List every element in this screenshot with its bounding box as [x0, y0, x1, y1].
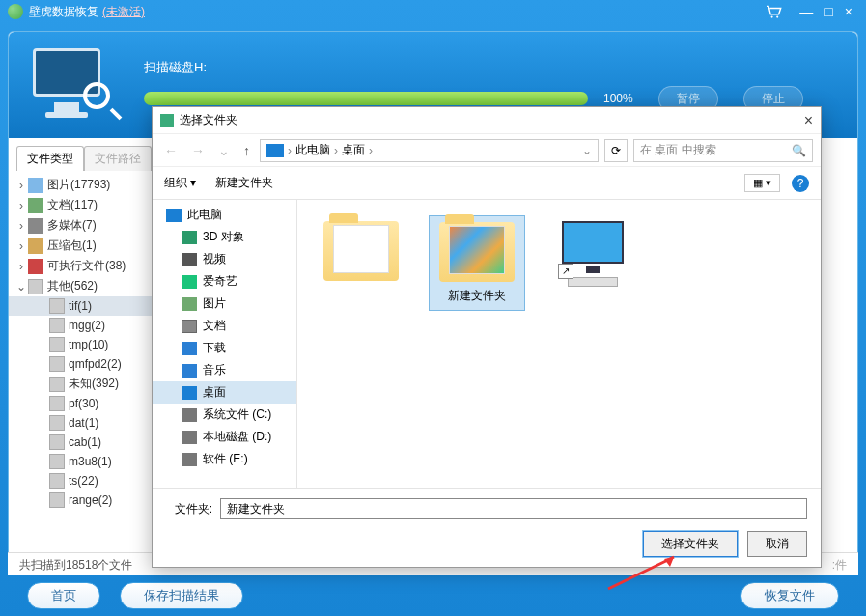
filename-input[interactable]	[220, 498, 807, 519]
file-item[interactable]: 新建文件夹	[429, 215, 525, 311]
tree-item[interactable]: qmfpd2(2)	[9, 354, 157, 374]
breadcrumb-folder[interactable]: 桌面	[342, 142, 365, 158]
tree-item[interactable]: m3u8(1)	[9, 452, 157, 471]
bottom-toolbar: 首页 保存扫描结果 恢复文件	[8, 579, 858, 612]
tree-item[interactable]: ›压缩包(1)	[9, 236, 157, 256]
dialog-file-area: 新建文件夹↗	[297, 200, 821, 488]
dialog-tree-item[interactable]: 系统文件 (C:)	[153, 404, 296, 426]
tree-item[interactable]: ›多媒体(7)	[9, 215, 157, 236]
dialog-tree-item[interactable]: 本地磁盘 (D:)	[153, 426, 296, 448]
tree-item[interactable]: tif(1)	[9, 296, 157, 316]
pc-icon	[266, 144, 284, 157]
filename-label: 文件夹:	[166, 501, 212, 518]
dialog-tree-item[interactable]: 软件 (E:)	[153, 448, 296, 470]
nav-dropdown-icon[interactable]: ⌄	[214, 143, 234, 158]
nav-up-icon[interactable]: ↑	[239, 143, 254, 158]
help-icon[interactable]: ?	[792, 175, 809, 192]
tree-item[interactable]: tmp(10)	[9, 335, 157, 354]
dialog-titlebar: 选择文件夹 ×	[153, 107, 821, 134]
file-item[interactable]	[313, 215, 409, 293]
nav-forward-icon: →	[187, 143, 209, 158]
tree-item[interactable]: ›文档(117)	[9, 195, 157, 215]
tab-file-type[interactable]: 文件类型	[16, 146, 84, 171]
select-folder-button[interactable]: 选择文件夹	[643, 531, 738, 557]
search-icon: 🔍	[792, 144, 806, 157]
left-sidebar: 文件类型 文件路径 ›图片(17793)›文档(117)›多媒体(7)›压缩包(…	[9, 138, 158, 573]
search-box[interactable]: 在 桌面 中搜索 🔍	[633, 139, 813, 162]
dialog-title-text: 选择文件夹	[180, 112, 237, 128]
file-item[interactable]: ↗	[545, 215, 641, 298]
dialog-footer: 文件夹: 选择文件夹 取消	[153, 488, 821, 567]
dialog-tree-item[interactable]: 视频	[153, 248, 296, 270]
app-title: 壁虎数据恢复	[29, 4, 98, 20]
organize-button[interactable]: 组织 ▾	[164, 175, 196, 191]
tree-item[interactable]: ⌄其他(562)	[9, 276, 157, 296]
dialog-toolbar: 组织 ▾ 新建文件夹 ▦ ▾ ?	[153, 167, 821, 200]
dialog-tree-item[interactable]: 桌面	[153, 381, 296, 404]
svg-point-1	[776, 16, 778, 18]
tab-file-path[interactable]: 文件路径	[84, 146, 152, 171]
progress-bar	[144, 92, 588, 105]
tree-item[interactable]: mgg(2)	[9, 316, 157, 335]
home-button[interactable]: 首页	[27, 582, 100, 609]
tree-item[interactable]: ts(22)	[9, 471, 157, 490]
scan-count: 共扫描到18518个文件	[19, 558, 132, 572]
dialog-tree-this-pc[interactable]: 此电脑	[153, 204, 296, 226]
scan-monitor-icon	[28, 46, 115, 124]
tree-item[interactable]: ›图片(17793)	[9, 175, 157, 195]
tree-item[interactable]: pf(30)	[9, 394, 157, 413]
folder-picker-dialog: 选择文件夹 × ← → ⌄ ↑ › 此电脑 › 桌面 › ⌄ ⟳ 在 桌面 中搜…	[152, 106, 822, 568]
svg-point-0	[771, 16, 773, 18]
dialog-close-button[interactable]: ×	[804, 112, 813, 129]
dialog-tree-item[interactable]: 下载	[153, 337, 296, 359]
status-right: :件	[832, 557, 847, 574]
dialog-tree: 此电脑3D 对象视频爱奇艺图片文档下载音乐桌面系统文件 (C:)本地磁盘 (D:…	[153, 200, 297, 488]
dialog-tree-item[interactable]: 3D 对象	[153, 226, 296, 248]
dialog-tree-item[interactable]: 图片	[153, 293, 296, 315]
dialog-tree-item[interactable]: 音乐	[153, 359, 296, 381]
dialog-nav: ← → ⌄ ↑ › 此电脑 › 桌面 › ⌄ ⟳ 在 桌面 中搜索 🔍	[153, 134, 821, 167]
cart-icon[interactable]	[765, 5, 782, 18]
save-scan-button[interactable]: 保存扫描结果	[120, 582, 243, 609]
maximize-button[interactable]: □	[824, 4, 832, 19]
refresh-button[interactable]: ⟳	[604, 139, 628, 162]
nav-back-icon[interactable]: ←	[160, 143, 182, 158]
breadcrumb[interactable]: › 此电脑 › 桌面 › ⌄	[260, 139, 599, 162]
titlebar: 壁虎数据恢复 (未激活) — □ ×	[0, 0, 866, 23]
file-type-tree: ›图片(17793)›文档(117)›多媒体(7)›压缩包(1)›可执行文件(3…	[9, 171, 157, 514]
view-mode-button[interactable]: ▦ ▾	[744, 174, 780, 192]
tree-item[interactable]: ›可执行文件(38)	[9, 256, 157, 276]
unactivated-link[interactable]: (未激活)	[102, 4, 145, 20]
breadcrumb-dropdown-icon[interactable]: ⌄	[582, 144, 592, 157]
progress-percent: 100%	[603, 92, 633, 105]
recover-button[interactable]: 恢复文件	[740, 582, 839, 609]
app-logo	[8, 4, 23, 19]
minimize-button[interactable]: —	[799, 4, 813, 19]
breadcrumb-root[interactable]: 此电脑	[295, 142, 330, 158]
search-placeholder: 在 桌面 中搜索	[640, 142, 716, 158]
tree-item[interactable]: cab(1)	[9, 433, 157, 452]
scan-label: 扫描磁盘H:	[144, 59, 838, 76]
dialog-icon	[160, 114, 174, 127]
cancel-button[interactable]: 取消	[747, 531, 807, 557]
dialog-tree-item[interactable]: 爱奇艺	[153, 270, 296, 293]
new-folder-button[interactable]: 新建文件夹	[215, 175, 273, 191]
dialog-tree-item[interactable]: 文档	[153, 315, 296, 337]
tree-item[interactable]: range(2)	[9, 490, 157, 510]
close-button[interactable]: ×	[845, 4, 852, 19]
tree-item[interactable]: dat(1)	[9, 413, 157, 433]
tree-item[interactable]: 未知(392)	[9, 374, 157, 394]
